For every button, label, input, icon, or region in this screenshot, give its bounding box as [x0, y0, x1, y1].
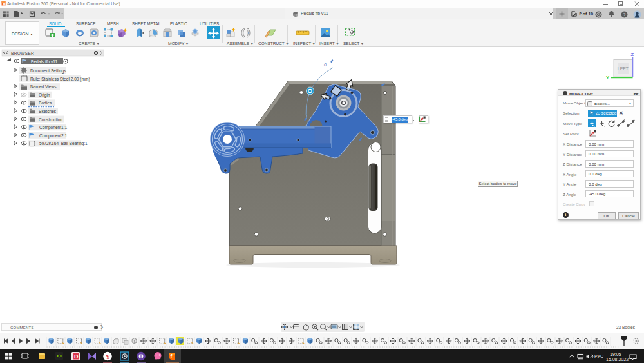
- svg-text:Y: Y: [106, 353, 111, 360]
- svg-text:D: D: [74, 353, 79, 360]
- svg-text:0: 0: [324, 63, 327, 67]
- svg-text:5972K164_Ball Bearing:1: 5972K164_Ball Bearing:1: [39, 141, 88, 146]
- svg-text:15.08.2022: 15.08.2022: [606, 357, 629, 362]
- svg-text:Pedals ffb v11: Pedals ffb v11: [31, 59, 58, 64]
- svg-text:Z: Z: [631, 52, 634, 57]
- svg-text:Y: Y: [606, 75, 609, 81]
- svg-text:РУС: РУС: [594, 354, 603, 358]
- svg-text:BROWSER: BROWSER: [11, 51, 34, 55]
- svg-text:19:05: 19:05: [610, 352, 621, 357]
- svg-text:Construction: Construction: [39, 117, 62, 122]
- svg-text:Component2:1: Component2:1: [39, 133, 68, 139]
- svg-text:Bodies: Bodies: [39, 101, 52, 105]
- svg-text:Rule: Stainless Steel 2.00 (mm: Rule: Stainless Steel 2.00 (mm): [30, 77, 90, 82]
- svg-text:Sketches: Sketches: [39, 109, 57, 113]
- svg-text:Origin: Origin: [39, 93, 50, 98]
- svg-text:f: f: [171, 353, 173, 360]
- svg-text:LEFT: LEFT: [618, 66, 629, 71]
- svg-text:Component1:1: Component1:1: [39, 125, 68, 130]
- svg-text:Named Views: Named Views: [30, 84, 57, 89]
- svg-text:Document Settings: Document Settings: [30, 68, 66, 74]
